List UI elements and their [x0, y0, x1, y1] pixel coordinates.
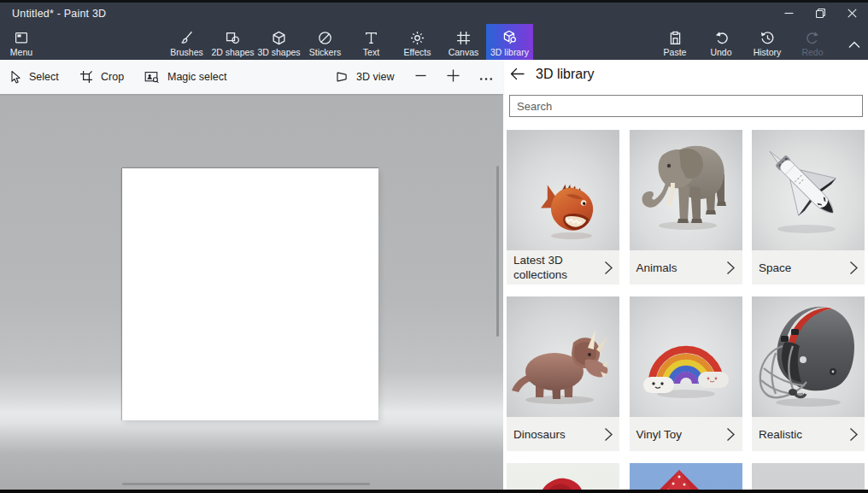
tab-label: 3D library [490, 47, 529, 58]
select-tool[interactable]: Select [9, 60, 59, 94]
tab-2d-shapes[interactable]: 2D shapes [210, 24, 256, 60]
tab-3d-library[interactable]: 3D library [486, 24, 533, 60]
history-button[interactable]: History [745, 24, 790, 60]
action-label: Undo [710, 47, 731, 58]
panel-title: 3D library [536, 67, 594, 82]
menu-button[interactable]: Menu [0, 24, 43, 60]
tab-effects[interactable]: Effects [395, 24, 441, 60]
minus-icon [415, 69, 426, 85]
crop-tool[interactable]: Crop [79, 60, 124, 94]
crop-icon [79, 70, 93, 84]
redo-button[interactable]: Redo [790, 24, 836, 60]
sticker-icon [318, 30, 332, 45]
canvas-grid-icon [456, 30, 471, 45]
back-arrow-icon [510, 67, 525, 84]
redo-icon [806, 30, 820, 45]
rainbow-toy-3d-model [630, 296, 742, 417]
elephant-3d-model [630, 130, 742, 250]
library-tile-partial-3[interactable] [752, 463, 865, 493]
plus-icon [447, 69, 460, 85]
red-crochet-3d-model [630, 463, 742, 493]
3d-view-label: 3D view [356, 71, 394, 83]
zoom-in-button[interactable] [443, 60, 464, 94]
minimize-button[interactable] [773, 3, 805, 24]
tab-label: 2D shapes [211, 47, 254, 58]
chevron-right-icon [846, 261, 865, 275]
tile-label-bar: Animals [630, 250, 742, 285]
restore-button[interactable] [805, 3, 836, 24]
vertical-scrollbar[interactable] [496, 166, 499, 337]
undo-button[interactable]: Undo [699, 24, 744, 60]
tab-text[interactable]: Text [349, 24, 395, 60]
library-tile-space[interactable]: Space [752, 130, 865, 285]
brush-icon [179, 30, 194, 45]
tab-label: Text [363, 47, 379, 58]
tab-label: Stickers [309, 47, 341, 58]
chevron-right-icon [846, 427, 865, 442]
action-label: Paste [664, 47, 687, 58]
library-tile-realistic[interactable]: Realistic [752, 296, 865, 451]
action-label: Redo [801, 47, 823, 58]
back-button[interactable] [509, 67, 525, 83]
chevron-right-icon [601, 427, 619, 442]
window-controls [773, 3, 868, 24]
3d-view-toggle[interactable]: 3D view [335, 60, 394, 94]
tab-3d-shapes[interactable]: 3D shapes [256, 24, 302, 60]
tab-stickers[interactable]: Stickers [302, 24, 349, 60]
perspective-plane-icon [335, 70, 349, 84]
tile-label: Animals [630, 261, 724, 275]
tab-label: 3D shapes [257, 47, 300, 58]
horizontal-scrollbar[interactable] [122, 483, 370, 485]
search-input[interactable] [510, 96, 862, 116]
close-icon [847, 9, 857, 18]
text-icon [364, 30, 378, 45]
tool-options-bar: Select Crop Ma [0, 60, 503, 94]
shapes-2d-icon [226, 30, 240, 45]
magic-select-tool[interactable]: Magic select [144, 60, 226, 94]
empty-gray-tile [752, 463, 865, 493]
3d-library-panel: 3D library [503, 60, 868, 490]
undo-icon [714, 30, 729, 45]
tab-label: Canvas [449, 47, 479, 58]
cube-icon [272, 30, 286, 45]
more-options-button[interactable] [476, 60, 496, 94]
tile-label: Latest 3D collections [507, 253, 601, 282]
tile-label: Realistic [752, 427, 846, 442]
collapse-ribbon-button[interactable] [843, 34, 865, 55]
library-tile-vinyl-toy[interactable]: Vinyl Toy [630, 296, 742, 451]
restore-icon [816, 9, 825, 18]
library-tile-partial-1[interactable] [507, 463, 619, 493]
library-tile-dinosaurs[interactable]: Dinosaurs [507, 296, 619, 451]
menu-label: Menu [10, 47, 32, 58]
window-title: Untitled* - Paint 3D [12, 3, 106, 24]
action-label: History [754, 47, 782, 58]
main-toolbar: Menu Brushes 2D shapes [0, 24, 868, 60]
drawing-canvas[interactable] [122, 168, 378, 420]
canvas-workspace[interactable] [0, 94, 503, 490]
tab-brushes[interactable]: Brushes [164, 24, 210, 60]
chevron-right-icon [601, 261, 619, 275]
anglerfish-3d-model [507, 130, 619, 250]
close-button[interactable] [836, 3, 868, 24]
select-label: Select [29, 71, 59, 83]
tab-label: Brushes [170, 47, 203, 58]
history-icon [760, 30, 775, 45]
magic-select-icon [144, 70, 160, 84]
tile-label-bar: Dinosaurs [507, 417, 619, 451]
tile-label-bar: Latest 3D collections [507, 250, 619, 285]
paste-button[interactable]: Paste [653, 24, 698, 60]
search-box [509, 95, 863, 117]
effects-icon [410, 30, 425, 45]
tab-canvas[interactable]: Canvas [441, 24, 487, 60]
library-tile-partial-2[interactable] [630, 463, 742, 493]
library-tile-animals[interactable]: Animals [630, 130, 742, 285]
library-tile-latest-3d-collections[interactable]: Latest 3D collections [507, 130, 619, 285]
tile-label: Space [752, 261, 846, 275]
tile-label-bar: Space [752, 250, 865, 285]
bottom-edge-strip [0, 490, 868, 493]
chevron-right-icon [724, 427, 742, 442]
tile-label: Dinosaurs [507, 427, 601, 442]
zoom-out-button[interactable] [410, 60, 431, 94]
panel-header: 3D library [503, 60, 868, 95]
minimize-icon [784, 9, 794, 18]
